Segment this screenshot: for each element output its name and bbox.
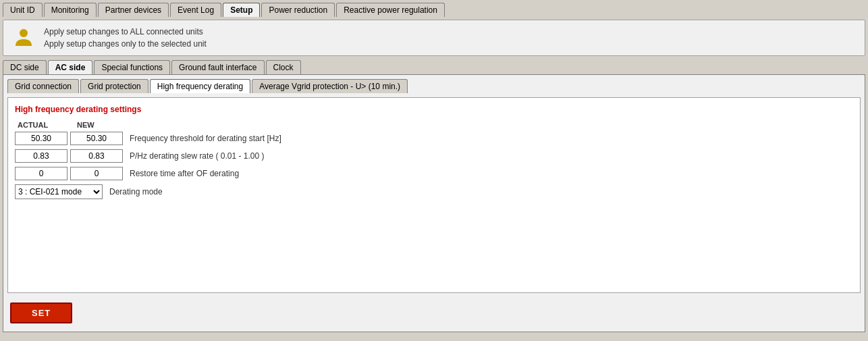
row-slew-rate: P/Hz derating slew rate ( 0.01 - 1.00 ) — [15, 149, 853, 163]
second-tab-bar: DC side AC side Special functions Ground… — [3, 60, 865, 74]
new-slew-rate[interactable] — [70, 149, 123, 163]
label-restore-time: Restore time after OF derating — [130, 169, 239, 178]
row-restore-time: Restore time after OF derating — [15, 167, 853, 180]
tab-clock[interactable]: Clock — [266, 60, 301, 74]
tab-ac-side[interactable]: AC side — [48, 60, 93, 74]
tab-power-reduction[interactable]: Power reduction — [261, 3, 335, 17]
tab-unit-id[interactable]: Unit ID — [3, 3, 43, 17]
settings-title: High frequency derating settings — [15, 105, 853, 114]
tab-high-freq-derating[interactable]: High frequency derating — [150, 79, 250, 93]
label-derating-mode: Derating mode — [109, 187, 163, 196]
tab-event-log[interactable]: Event Log — [170, 3, 221, 17]
derating-mode-select[interactable]: 3 : CEI-021 mode — [15, 184, 103, 199]
new-freq-threshold[interactable] — [70, 132, 123, 145]
top-tab-bar: Unit ID Monitoring Partner devices Event… — [3, 3, 865, 17]
actual-restore-time[interactable] — [15, 167, 67, 180]
set-button[interactable]: SET — [10, 303, 72, 323]
tab-monitoring[interactable]: Monitoring — [44, 3, 97, 17]
content-area: Grid connection Grid protection High fre… — [3, 74, 865, 332]
tab-reactive-power[interactable]: Reactive power regulation — [336, 3, 445, 17]
label-slew-rate: P/Hz derating slew rate ( 0.01 - 1.00 ) — [130, 151, 264, 161]
tab-partner-devices[interactable]: Partner devices — [98, 3, 169, 17]
label-freq-threshold: Frequency threshold for derating start [… — [130, 134, 281, 143]
actual-freq-threshold[interactable] — [15, 132, 67, 145]
info-line-2: Apply setup changes only to the selected… — [44, 39, 207, 49]
inner-tab-bar: Grid connection Grid protection High fre… — [7, 79, 861, 93]
tab-grid-protection[interactable]: Grid protection — [80, 79, 148, 93]
bottom-bar: SET — [7, 298, 861, 327]
settings-panel: High frequency derating settings ACTUAL … — [7, 97, 861, 293]
info-box: Apply setup changes to ALL connected uni… — [3, 20, 865, 56]
row-derating-mode: 3 : CEI-021 mode Derating mode — [15, 184, 853, 199]
header-actual: ACTUAL — [18, 121, 72, 129]
tab-special-functions[interactable]: Special functions — [94, 60, 170, 74]
row-frequency-threshold: Frequency threshold for derating start [… — [15, 132, 853, 145]
header-new: NEW — [77, 121, 131, 129]
table-headers: ACTUAL NEW — [18, 121, 853, 129]
person-icon — [11, 26, 36, 50]
info-text-block: Apply setup changes to ALL connected uni… — [44, 27, 207, 49]
new-restore-time[interactable] — [70, 167, 123, 180]
tab-setup[interactable]: Setup — [223, 3, 260, 17]
tab-avg-vgrid-protection[interactable]: Average Vgrid protection - U> (10 min.) — [252, 79, 408, 93]
actual-slew-rate[interactable] — [15, 149, 67, 163]
tab-grid-connection[interactable]: Grid connection — [7, 79, 79, 93]
svg-point-0 — [20, 29, 28, 37]
info-line-1: Apply setup changes to ALL connected uni… — [44, 27, 207, 36]
tab-ground-fault[interactable]: Ground fault interface — [171, 60, 264, 74]
tab-dc-side[interactable]: DC side — [3, 60, 47, 74]
